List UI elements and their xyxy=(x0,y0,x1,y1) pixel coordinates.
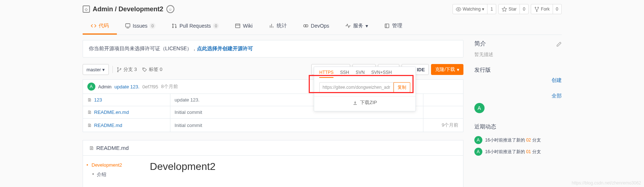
svg-point-2 xyxy=(535,7,536,8)
edit-icon[interactable] xyxy=(556,41,562,47)
tab-devops[interactable]: DevOps xyxy=(295,19,337,35)
tab-stats[interactable]: 统计 xyxy=(261,19,295,35)
avatar: A xyxy=(474,136,482,144)
tab-pr[interactable]: Pull Requests0 xyxy=(163,19,227,35)
file-time: 9个月前 xyxy=(423,119,463,132)
commit-time: 8个月前 xyxy=(161,83,178,90)
proto-svnssh[interactable]: SVN+SSH xyxy=(371,70,392,78)
file-name[interactable]: 🗎README.md xyxy=(83,119,170,132)
fork-count: 0 xyxy=(553,4,561,14)
readme-h1: Development2 xyxy=(150,161,454,172)
clone-url-input[interactable] xyxy=(319,82,394,92)
branches-link[interactable]: 分支 3 xyxy=(116,66,137,73)
tab-code[interactable]: 代码 xyxy=(83,19,117,35)
proto-https[interactable]: HTTPS xyxy=(319,70,333,78)
repo-title: ◇ Admin / Development2 ☺ xyxy=(83,5,174,13)
svg-rect-5 xyxy=(126,24,130,27)
clone-popover: HTTPS SSH SVN SVN+SSH 复制 下载ZIP xyxy=(314,67,416,111)
wiki-icon xyxy=(235,23,241,29)
clone-button[interactable]: 克隆/下载 ▾ xyxy=(431,64,463,75)
tag-icon xyxy=(142,67,147,72)
star-count: 0 xyxy=(519,4,528,14)
svg-point-0 xyxy=(458,8,459,10)
release-create[interactable]: 创建 xyxy=(552,77,562,83)
intro-empty: 暂无描述 xyxy=(474,51,562,58)
file-row: 🗎README.md Initial commit 9个月前 xyxy=(83,119,463,132)
svg-rect-10 xyxy=(236,24,240,28)
file-time xyxy=(423,106,463,119)
devops-icon xyxy=(303,23,309,29)
file-name[interactable]: 🗎README.en.md xyxy=(83,106,170,119)
branch-icon xyxy=(116,67,122,72)
activity-item[interactable]: A 16小时前推送了新的 02 分支 xyxy=(474,136,562,144)
svg-point-9 xyxy=(175,27,177,28)
svg-marker-1 xyxy=(502,7,507,11)
activity-item[interactable]: A 16小时前推送了新的 01 分支 xyxy=(474,148,562,156)
watch-count: 1 xyxy=(487,4,496,14)
license-link[interactable]: 点此选择并创建开源许可 xyxy=(197,45,253,51)
contrib-all[interactable]: 全部 xyxy=(552,93,562,99)
code-icon xyxy=(91,23,96,29)
svg-point-4 xyxy=(536,11,537,12)
toc-item[interactable]: Development2 xyxy=(92,162,138,168)
svg-point-19 xyxy=(118,67,119,68)
file-time xyxy=(423,94,463,106)
contributor-avatar[interactable]: A xyxy=(474,103,485,113)
activity-heading: 近期动态 xyxy=(474,123,496,130)
watch-button[interactable]: Watching ▾ xyxy=(453,7,487,12)
copy-button[interactable]: 复制 xyxy=(394,82,410,92)
star-icon xyxy=(502,7,507,12)
file-name[interactable]: 🗎123 xyxy=(83,94,170,106)
star-button[interactable]: Star xyxy=(499,7,519,12)
proto-ssh[interactable]: SSH xyxy=(340,70,349,78)
svg-point-21 xyxy=(120,68,121,69)
readme-header: 🗎README.md xyxy=(83,140,463,156)
avatar: A xyxy=(474,148,482,156)
svg-rect-17 xyxy=(385,24,389,28)
fork-icon xyxy=(534,7,540,12)
tab-issues[interactable]: Issues0 xyxy=(117,19,163,35)
svg-point-22 xyxy=(143,68,144,69)
fork-button[interactable]: Fork xyxy=(531,7,553,12)
tab-services[interactable]: 服务 ▾ xyxy=(337,19,376,35)
proto-svn[interactable]: SVN xyxy=(356,70,365,78)
issue-icon xyxy=(125,23,131,29)
stats-icon xyxy=(269,23,274,29)
intro-heading: 简介 xyxy=(474,40,486,48)
release-heading: 发行版 xyxy=(474,67,491,73)
commit-message[interactable]: update 123. xyxy=(114,84,139,89)
branch-select[interactable]: master ▾ xyxy=(83,64,109,75)
commit-author[interactable]: Admin xyxy=(98,84,112,89)
svg-point-20 xyxy=(118,71,119,72)
file-msg[interactable]: Initial commit xyxy=(170,119,423,132)
pulse-icon xyxy=(345,23,351,29)
eye-icon xyxy=(456,7,461,12)
svg-point-3 xyxy=(538,7,539,8)
svg-point-7 xyxy=(173,24,174,25)
tab-wiki[interactable]: Wiki xyxy=(227,19,260,35)
watermark: https://blog.csdn.net/zhenremo3062 xyxy=(572,180,641,186)
svg-point-8 xyxy=(173,27,174,28)
avatar: A xyxy=(87,83,95,91)
commit-sha[interactable]: 0ef7f95 xyxy=(142,84,158,89)
download-icon xyxy=(353,100,357,105)
download-zip[interactable]: 下载ZIP xyxy=(314,96,415,110)
pr-icon xyxy=(171,23,177,29)
repo-icon: ◇ xyxy=(83,5,90,13)
tags-link[interactable]: 标签 0 xyxy=(142,66,162,73)
face-icon: ☺ xyxy=(166,5,174,13)
toc-item[interactable]: 介绍 xyxy=(97,171,138,178)
manage-icon xyxy=(384,23,390,29)
license-alert: 你当前开源项目尚未选择许可证（LICENSE），点此选择并创建开源许可 xyxy=(83,40,463,57)
tab-manage[interactable]: 管理 xyxy=(376,19,410,35)
